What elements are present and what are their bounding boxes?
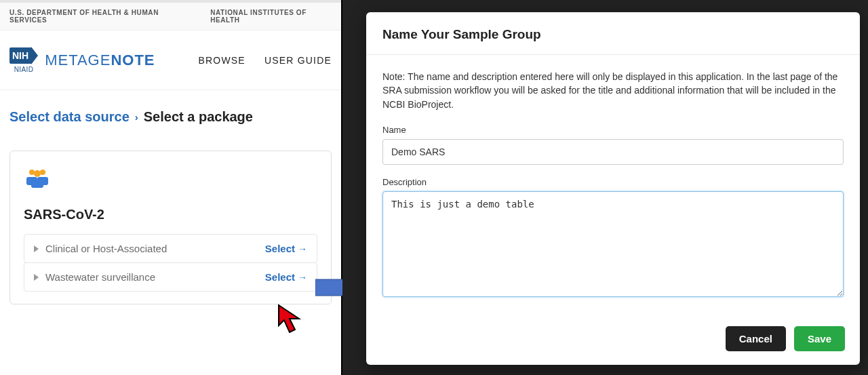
- chevron-right-icon: ›: [135, 111, 138, 123]
- nav-user-guide[interactable]: USER GUIDE: [264, 55, 332, 66]
- svg-point-2: [34, 170, 41, 177]
- modal-header: Name Your Sample Group: [366, 12, 860, 55]
- cancel-button[interactable]: Cancel: [726, 326, 786, 351]
- nih-link[interactable]: NATIONAL INSTITUTES OF HEALTH: [210, 9, 332, 24]
- svg-point-1: [40, 170, 45, 175]
- svg-point-0: [29, 170, 35, 175]
- nav-browse[interactable]: BROWSE: [198, 55, 245, 66]
- save-button[interactable]: Save: [794, 326, 845, 351]
- people-icon: [24, 167, 317, 191]
- app-name-prefix: METAGE: [45, 52, 111, 68]
- gov-topbar: U.S. DEPARTMENT OF HEALTH & HUMAN SERVIC…: [0, 0, 341, 31]
- breadcrumb: Select data source › Select a package: [0, 90, 341, 141]
- niaid-label: NIAID: [14, 66, 34, 73]
- package-selection-page: U.S. DEPARTMENT OF HEALTH & HUMAN SERVIC…: [0, 0, 342, 375]
- select-label: Select: [265, 271, 295, 283]
- arrow-right-icon: →: [298, 272, 307, 283]
- modal-body: Note: The name and description entered h…: [366, 55, 860, 317]
- caret-right-icon: [34, 274, 39, 281]
- app-name-bold: NOTE: [111, 52, 155, 68]
- description-textarea[interactable]: [382, 191, 844, 297]
- option-label: Clinical or Host-Associated: [45, 243, 167, 254]
- name-label: Name: [382, 125, 844, 135]
- chevron-right-icon: [31, 47, 38, 64]
- description-label: Description: [382, 177, 844, 187]
- main-nav: BROWSE USER GUIDE: [198, 55, 332, 66]
- name-input[interactable]: [382, 139, 844, 165]
- svg-rect-5: [31, 178, 43, 188]
- app-name: METAGENOTE: [45, 52, 155, 69]
- select-button[interactable]: Select →: [265, 271, 307, 283]
- option-clinical-host-associated[interactable]: Clinical or Host-Associated Select →: [24, 234, 317, 263]
- package-card: SARS-CoV-2 Clinical or Host-Associated S…: [9, 151, 332, 304]
- arrow-right-icon: →: [298, 243, 307, 254]
- card-title: SARS-CoV-2: [24, 207, 317, 222]
- hhs-link[interactable]: U.S. DEPARTMENT OF HEALTH & HUMAN SERVIC…: [9, 9, 189, 24]
- breadcrumb-prev[interactable]: Select data source: [9, 109, 130, 125]
- nih-niaid-logo: NIH NIAID: [9, 47, 38, 73]
- modal-footer: Cancel Save: [366, 317, 860, 365]
- modal-note: Note: The name and description entered h…: [382, 70, 844, 111]
- select-button[interactable]: Select →: [265, 243, 307, 254]
- brand-bar: NIH NIAID METAGENOTE BROWSE USER GUIDE: [0, 31, 341, 90]
- option-label: Wastewater surveillance: [45, 271, 155, 283]
- modal-title: Name Your Sample Group: [382, 27, 844, 42]
- select-label: Select: [265, 243, 295, 254]
- option-wastewater-surveillance[interactable]: Wastewater surveillance Select →: [24, 262, 317, 292]
- name-sample-group-modal: Name Your Sample Group Note: The name an…: [366, 12, 860, 365]
- breadcrumb-current: Select a package: [144, 109, 253, 125]
- nih-badge: NIH: [9, 47, 31, 64]
- caret-right-icon: [34, 245, 39, 252]
